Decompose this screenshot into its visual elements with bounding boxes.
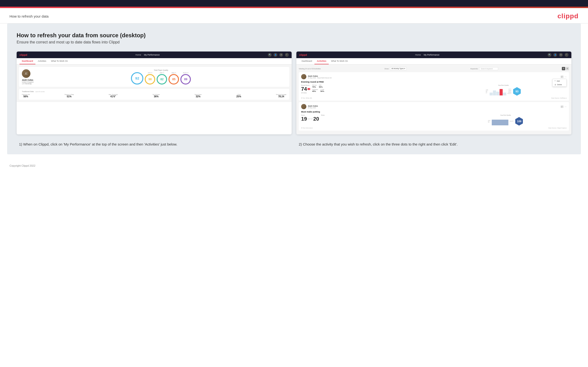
grid-view-icon[interactable]: ⊞ (566, 67, 569, 70)
three-dots-2[interactable]: ··· (565, 105, 567, 108)
app-icons-right: 🔍 👤 ⚙ 🏴 (548, 53, 569, 57)
act-date-1: 31 May 2022 · Royal North Devon GC (308, 77, 559, 79)
settings-icon-right[interactable]: ⚙ (559, 53, 563, 57)
score-section-2: Score 19 OUT OF 20 (301, 114, 319, 122)
edit-option[interactable]: ✏ Edit (553, 79, 566, 83)
nav-my-performance-left[interactable]: My Performance (144, 54, 160, 56)
activity-card-1: Josh Coles 31 May 2022 · Royal North Dev… (299, 72, 569, 101)
traditional-stats: Traditional Stats Last 20 rounds Fairway… (19, 89, 289, 100)
stat-scoring-avg: Scoring Average 78.24 (276, 94, 286, 98)
activity-card-2: Josh Coles 29 May 2022 💬 ··· Must make p… (299, 102, 569, 131)
act-header-icons-2: 💬 ··· (561, 105, 567, 108)
edit-icon: ✏ (554, 80, 556, 82)
gauge-arg-label: ARG ✏ (172, 72, 176, 74)
screenshot-left: clippd Home My Performance 🔍 👤 ⚙ 🏴 Dashb… (17, 51, 292, 134)
app-logo-right: clippd (299, 53, 307, 56)
gauge-arg-value: 85 (169, 74, 179, 84)
act-player-name-2: Josh Coles (308, 105, 559, 107)
tab-what-to-work-on-right[interactable]: What To Work On (329, 58, 350, 64)
gauge-putt: PUTT ✏ 89 (180, 72, 191, 84)
stat-app-proximity: App. Proximity 41'6" (109, 94, 118, 98)
gauge-putt-label: PUTT ✏ (183, 72, 188, 74)
player-handicap: 1.5 Handicap (22, 83, 34, 84)
act-player-info-2: Josh Coles 29 May 2022 (308, 105, 559, 108)
search-icon-right[interactable]: 🔍 (548, 53, 551, 57)
nav-my-performance-right[interactable]: My Performance (424, 54, 440, 56)
main-headline: How to refresh your data from source (de… (17, 32, 571, 39)
tab-dashboard-right[interactable]: Dashboard (299, 58, 314, 64)
nav-home-left[interactable]: Home (136, 54, 141, 56)
act-avatar-1 (301, 74, 306, 79)
out-of-value: 20 (313, 116, 319, 122)
player-card: JC Josh Coles United Kingdom 1.5 Handica… (19, 67, 289, 87)
fw-gir-section: FW Hit 79% GIR 50% (312, 84, 438, 92)
dashboard-content: JC Josh Coles United Kingdom 1.5 Handica… (17, 65, 292, 102)
show-area: Show: All Activity Types ▾ (385, 67, 407, 70)
tab-activities-left[interactable]: Activities (35, 58, 49, 64)
search-icon-left[interactable]: 🔍 (268, 53, 272, 57)
activities-filter-bar: Viewing 24 out of 35 Activities Show: Al… (299, 67, 569, 70)
gauges-row: 92 OTT ✏ 98 APP ✏ 82 (131, 71, 191, 84)
score-value-2: 19 (301, 116, 307, 122)
activity-details-1: Evening round at RND Round Score 74 +2 1… (301, 81, 567, 99)
user-icon-right[interactable]: 👤 (553, 53, 557, 57)
instruction-text-2: 2) Choose the activity that you wish to … (299, 142, 569, 147)
stat-fairways: Fairways Hit 56% (22, 94, 30, 98)
player-avatar: JC (22, 69, 30, 78)
tab-dashboard-left[interactable]: Dashboard (19, 58, 35, 64)
stat-up-down: Up & Down 36% (153, 94, 160, 98)
copyright-text: Copyright Clippd 2022 (9, 164, 35, 167)
quality-box-1: Avg Shot Quality 108 50 27 (441, 84, 567, 96)
app-nav-left: Home My Performance (136, 54, 160, 56)
quality-hexagon-1: 93 (513, 87, 521, 96)
comment-icon-1[interactable]: 💬 (561, 75, 564, 78)
three-dots-1[interactable]: ··· (565, 75, 567, 78)
act-date-2: 29 May 2022 (308, 107, 559, 108)
app-icons-left: 🔍 👤 ⚙ 🏴 (268, 53, 289, 57)
tab-what-to-work-on-left[interactable]: What To Work On (49, 58, 70, 64)
act-player-info-1: Josh Coles 31 May 2022 · Royal North Dev… (308, 75, 559, 79)
delete-option[interactable]: 🗑 Delete (553, 83, 566, 86)
quality-box-2: Avg Shot Quality 100 50 (445, 114, 567, 126)
trash-icon: 🗑 (554, 84, 556, 85)
total-quality-label: Total Player Quality (154, 69, 168, 71)
list-view-icon[interactable]: ☰ (562, 67, 565, 70)
activity-header-1: Josh Coles 31 May 2022 · Royal North Dev… (301, 74, 567, 79)
act-title-1: Evening round at RND (301, 81, 567, 83)
flag-icon-right[interactable]: 🏴 (565, 53, 569, 57)
app-header-left: clippd Home My Performance 🔍 👤 ⚙ 🏴 (17, 51, 292, 58)
nav-home-right[interactable]: Home (415, 54, 421, 56)
stat-sand-save: Sand Save 32% (195, 94, 201, 98)
main-subheadline: Ensure the correct and most up to date d… (17, 40, 571, 44)
clippd-logo-header: clippd (558, 12, 579, 20)
gauge-app-label: APP ✏ (160, 72, 164, 74)
user-icon-left[interactable]: 👤 (274, 53, 277, 57)
flag-icon-left[interactable]: 🏴 (285, 53, 289, 57)
instruction-2: 2) Choose the activity that you wish to … (296, 142, 571, 147)
app-tabs-left: Dashboard Activities What To Work On (17, 58, 292, 65)
activity-header-2: Josh Coles 29 May 2022 💬 ··· (301, 104, 567, 109)
settings-icon-left[interactable]: ⚙ (279, 53, 283, 57)
act-main-info-2: Must make putting Score 19 OUT OF 20 (301, 111, 567, 129)
keywords-area: Keywords: Search keyword (470, 67, 498, 70)
gauge-app: APP ✏ 82 (157, 72, 167, 84)
gauge-ott-value: 98 (145, 74, 155, 84)
show-select[interactable]: All Activity Types ▾ (390, 67, 407, 70)
act-header-icons-1: 💬 ··· (561, 75, 567, 78)
tab-activities-right[interactable]: Activities (314, 58, 329, 64)
app-tabs-right: Dashboard Activities What To Work On (296, 58, 571, 65)
traditional-stats-row: Fairways Hit 56% Greens In Reg 51% App. … (22, 94, 286, 98)
traditional-stats-label: Traditional Stats Last 20 rounds (22, 91, 286, 92)
page-title: How to refresh your data (9, 14, 49, 18)
footer: Copyright Clippd 2022 (0, 161, 588, 170)
top-bar (0, 0, 588, 7)
mini-bar-chart-1 (490, 88, 506, 95)
shots-section-2: Shots (321, 114, 443, 116)
dropdown-menu-1: ✏ Edit 🗑 Delete (552, 79, 567, 87)
show-label: Show: (385, 68, 389, 70)
keywords-input[interactable]: Search keyword (479, 67, 498, 70)
comment-icon-2[interactable]: 💬 (561, 105, 564, 108)
act-footer-1: ⚙ Tee: White (M) Data Source: GolfStat.a… (301, 97, 567, 99)
act-avatar-2 (301, 104, 306, 109)
mini-bar-chart-2 (492, 118, 508, 125)
